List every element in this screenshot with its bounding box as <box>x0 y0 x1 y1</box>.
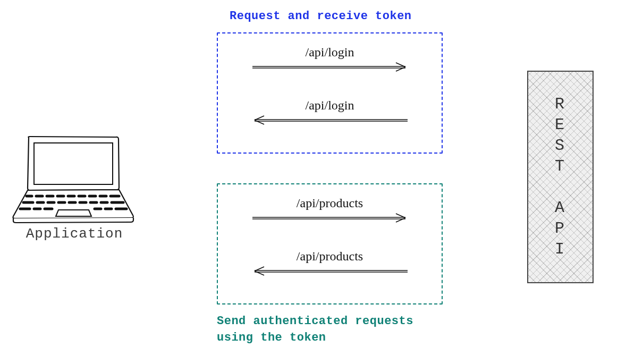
login-response-endpoint: /api/login <box>242 98 418 113</box>
rest-api-node: R E S T A P I <box>527 71 594 283</box>
products-response-endpoint: /api/products <box>242 249 418 264</box>
diagram-stage: Application Request and receive token /a… <box>0 0 626 364</box>
rest-api-label: R E S T A P I <box>555 94 566 260</box>
login-response-row: /api/login <box>242 98 418 126</box>
svg-rect-0 <box>34 143 113 184</box>
box-top-title: Request and receive token <box>230 10 412 23</box>
products-request-row: /api/products <box>242 196 418 224</box>
application-node: Application <box>5 136 143 242</box>
arrow-right-icon <box>250 61 410 73</box>
box-authenticated-requests: /api/products /api/products <box>217 183 443 304</box>
arrow-left-icon <box>250 114 410 126</box>
application-label: Application <box>5 226 143 242</box>
products-request-endpoint: /api/products <box>242 196 418 210</box>
login-request-row: /api/login <box>242 45 418 73</box>
arrow-right-icon <box>250 211 410 224</box>
laptop-icon <box>5 136 141 226</box>
arrow-left-icon <box>250 265 410 277</box>
login-request-endpoint: /api/login <box>242 45 418 60</box>
products-response-row: /api/products <box>242 249 418 277</box>
box-request-token: /api/login /api/login <box>217 32 443 154</box>
box-bottom-title: Send authenticated requests using the to… <box>217 314 445 346</box>
